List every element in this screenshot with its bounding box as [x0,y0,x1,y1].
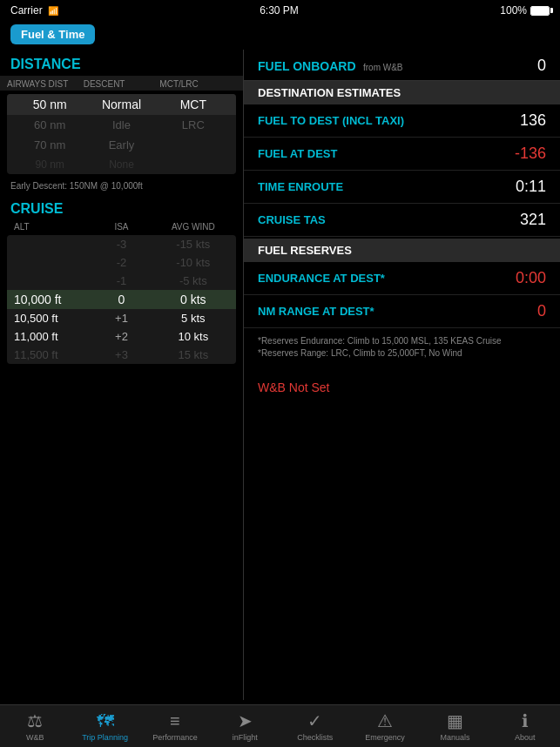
status-time: 6:30 PM [260,4,299,17]
status-carrier: Carrier 📶 [10,4,58,17]
time-enroute-label: TIME ENROUTE [258,180,343,193]
tab-inflight[interactable]: ➤ inFlight [210,705,280,747]
cruise-row[interactable]: -2 -10 kts [7,253,236,272]
distance-table: 50 nm Normal MCT 60 nm Idle LRC 70 nm Ea… [7,94,236,174]
distance-col-headers: AIRWAYS DIST DESCENT MCT/LRC [0,76,243,91]
tab-performance-label: Performance [152,733,198,742]
cruise-row[interactable]: 10,500 ft +1 5 kts [7,309,236,327]
fuel-onboard-sub: from W&B [363,63,403,72]
cruise-row[interactable]: -3 -15 kts [7,235,236,253]
cruise-tas-label: CRUISE TAS [258,213,326,226]
fuel-to-dest-row[interactable]: FUEL TO DEST (INCL TAXI) 136 [244,104,560,138]
fuel-to-dest-value: 136 [520,111,546,130]
fuel-at-dest-row[interactable]: FUEL AT DEST -136 [244,138,560,171]
status-battery: 100% [500,4,550,17]
time-enroute-row[interactable]: TIME ENROUTE 0:11 [244,171,560,204]
cruise-tas-row[interactable]: CRUISE TAS 321 [244,204,560,237]
endurance-dest-label: ENDURANCE AT DEST* [258,272,385,285]
fuel-reserves-header: FUEL RESERVES [244,239,560,262]
performance-icon: ≡ [170,711,180,731]
battery-icon [530,6,550,16]
cruise-row[interactable]: 11,500 ft +3 15 kts [7,346,236,364]
fuel-onboard-label: FUEL ONBOARD [258,59,356,73]
fuel-at-dest-value: -136 [515,145,546,163]
cruise-title: CRUISE [0,194,243,220]
tab-performance[interactable]: ≡ Performance [140,705,210,747]
nm-range-dest-value: 0 [537,302,546,320]
tab-checklists[interactable]: ✓ Checklists [280,705,350,747]
reserves-note-1: *Reserves Endurance: Climb to 15,000 MSL… [258,335,546,347]
tab-about[interactable]: ℹ About [490,705,560,747]
tab-manuals[interactable]: ▦ Manuals [420,705,489,747]
endurance-dest-row[interactable]: ENDURANCE AT DEST* 0:00 [244,262,560,295]
tab-manuals-label: Manuals [440,733,469,742]
fuel-onboard-value: 0 [537,57,546,75]
nm-range-dest-row[interactable]: NM RANGE AT DEST* 0 [244,295,560,328]
tab-wb[interactable]: ⚖ W&B [0,705,70,747]
cruise-row-selected[interactable]: 10,000 ft 0 0 kts [7,290,236,309]
manuals-icon: ▦ [447,710,463,731]
distance-title: DISTANCE [0,50,243,76]
emergency-icon: ⚠ [377,710,393,731]
fuel-to-dest-label: FUEL TO DEST (INCL TAXI) [258,114,404,127]
inflight-icon: ➤ [238,710,253,731]
distance-row[interactable]: 70 nm Early [7,135,236,155]
reserves-notes: *Reserves Endurance: Climb to 15,000 MSL… [244,328,560,367]
tab-bar: ⚖ W&B 🗺 Trip Planning ≡ Performance ➤ in… [0,704,560,747]
trip-planning-icon: 🗺 [97,711,114,731]
distance-row[interactable]: 90 nm None [7,155,236,174]
cruise-tas-value: 321 [520,211,546,229]
header: Fuel & Time [0,21,560,50]
status-bar: Carrier 📶 6:30 PM 100% [0,0,560,21]
wb-icon: ⚖ [27,710,43,731]
cruise-row[interactable]: -1 -5 kts [7,272,236,290]
distance-row[interactable]: 50 nm Normal MCT [7,94,236,115]
tab-checklists-label: Checklists [297,733,333,742]
left-panel: DISTANCE AIRWAYS DIST DESCENT MCT/LRC 50… [0,50,244,700]
cruise-table: -3 -15 kts -2 -10 kts -1 -5 kts 10,000 f… [7,235,236,364]
time-enroute-value: 0:11 [516,178,546,196]
nm-range-dest-label: NM RANGE AT DEST* [258,305,374,318]
tab-trip-planning-label: Trip Planning [82,733,128,742]
about-icon: ℹ [522,710,529,731]
tab-inflight-label: inFlight [233,733,258,742]
main-layout: DISTANCE AIRWAYS DIST DESCENT MCT/LRC 50… [0,50,560,700]
dest-estimates-header: DESTINATION ESTIMATES [244,81,560,104]
tab-emergency-label: Emergency [365,733,405,742]
tab-emergency[interactable]: ⚠ Emergency [350,705,420,747]
endurance-dest-value: 0:00 [516,269,546,287]
tab-wb-label: W&B [26,733,44,742]
reserves-note-2: *Reserves Range: LRC, Climb to 25,000FT,… [258,347,546,360]
wb-not-set: W&B Not Set [244,367,560,408]
cruise-col-headers: ALT ISA AVG WIND [7,220,236,233]
distance-row[interactable]: 60 nm Idle LRC [7,115,236,135]
fuel-time-button[interactable]: Fuel & Time [10,24,95,44]
fuel-at-dest-label: FUEL AT DEST [258,147,337,160]
tab-about-label: About [515,733,536,742]
early-descent-note: Early Descent: 150NM @ 10,000ft [0,178,243,194]
wifi-icon: 📶 [48,6,58,16]
right-panel: FUEL ONBOARD from W&B 0 DESTINATION ESTI… [244,50,560,700]
tab-trip-planning[interactable]: 🗺 Trip Planning [70,705,139,747]
cruise-row[interactable]: 11,000 ft +2 10 kts [7,327,236,346]
checklists-icon: ✓ [307,710,322,731]
fuel-onboard-section: FUEL ONBOARD from W&B 0 [244,50,560,81]
